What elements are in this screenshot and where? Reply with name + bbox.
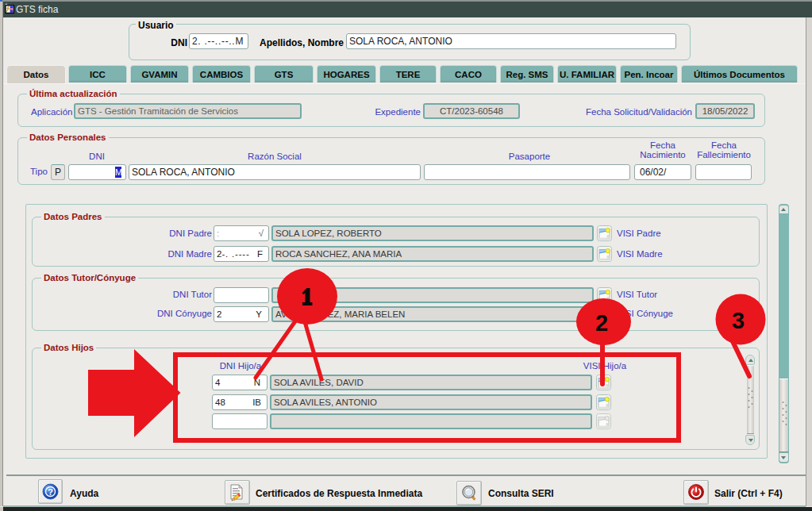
svg-text:?: ?	[48, 487, 53, 497]
